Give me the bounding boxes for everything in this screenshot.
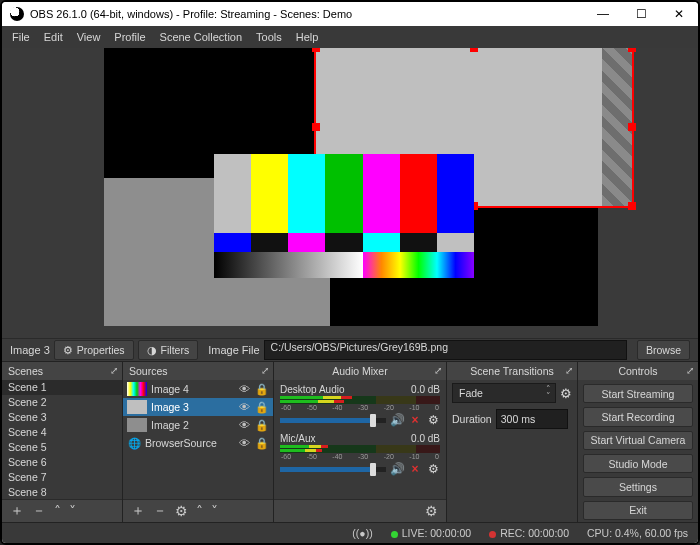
mixer-settings-button[interactable]: ⚙ (425, 503, 438, 519)
sources-popout-icon[interactable]: ⤢ (261, 365, 269, 376)
scene-item[interactable]: Scene 4 (2, 425, 122, 440)
menu-file[interactable]: File (12, 31, 30, 43)
filters-icon: ◑ (147, 344, 157, 356)
lock-toggle-icon[interactable]: 🔒 (255, 437, 269, 450)
scene-item[interactable]: Scene 2 (2, 395, 122, 410)
source-name: Image 3 (151, 401, 233, 413)
gear-icon: ⚙ (63, 344, 73, 356)
scene-down-button[interactable]: ˅ (69, 503, 76, 519)
menu-edit[interactable]: Edit (44, 31, 63, 43)
filters-button[interactable]: ◑ Filters (138, 340, 199, 360)
lock-toggle-icon[interactable]: 🔒 (255, 383, 269, 396)
rec-indicator-icon (489, 531, 496, 538)
app-icon (10, 7, 24, 21)
source-name: BrowserSource (145, 437, 233, 449)
mixer-popout-icon[interactable]: ⤢ (434, 365, 442, 376)
audio-mixer-panel: Audio Mixer ⤢ Desktop Audio0.0 dB -60-50… (274, 362, 447, 522)
preview-area[interactable] (2, 48, 698, 338)
sources-list[interactable]: Image 4 👁 🔒 Image 3 👁 🔒 Image 2 👁 🔒 (123, 380, 273, 499)
scenes-popout-icon[interactable]: ⤢ (110, 365, 118, 376)
resize-handle-br[interactable] (628, 202, 636, 210)
scene-item[interactable]: Scene 5 (2, 440, 122, 455)
mixer-body: Desktop Audio0.0 dB -60-50-40-30-20-100 … (274, 380, 446, 499)
scene-up-button[interactable]: ˄ (54, 503, 61, 519)
scene-item[interactable]: Scene 1 (2, 380, 122, 395)
resize-handle-tr[interactable] (628, 48, 636, 52)
meter-ticks: -60-50-40-30-20-100 (280, 453, 440, 461)
start-virtual-camera-button[interactable]: Start Virtual Camera (583, 431, 693, 450)
scene-item[interactable]: Scene 6 (2, 454, 122, 469)
channel-settings-icon[interactable]: ⚙ (426, 413, 440, 427)
source-row[interactable]: Image 2 👁 🔒 (123, 416, 273, 434)
menu-view[interactable]: View (77, 31, 101, 43)
sources-panel: Sources ⤢ Image 4 👁 🔒 Image 3 👁 🔒 (123, 362, 274, 522)
source-up-button[interactable]: ˄ (196, 503, 203, 519)
channel-settings-icon[interactable]: ⚙ (426, 462, 440, 476)
menu-scene-collection[interactable]: Scene Collection (160, 31, 243, 43)
exit-button[interactable]: Exit (583, 501, 693, 520)
live-label: LIVE: (402, 527, 428, 539)
mute-x-icon: × (408, 413, 422, 427)
resize-handle-mr[interactable] (628, 123, 636, 131)
source-properties-button[interactable]: ⚙ (175, 503, 188, 519)
menu-help[interactable]: Help (296, 31, 319, 43)
mixer-header: Audio Mixer ⤢ (274, 362, 446, 380)
add-scene-button[interactable]: ＋ (10, 502, 24, 520)
statusbar: ((●)) LIVE: 00:00:00 REC: 00:00:00 CPU: … (2, 522, 698, 543)
scene-item[interactable]: Scene 8 (2, 484, 122, 499)
channel-db: 0.0 dB (411, 433, 440, 444)
transition-select[interactable]: Fade ˄˅ (452, 383, 556, 403)
source-thumb (127, 400, 147, 414)
maximize-button[interactable]: ☐ (622, 2, 660, 26)
properties-button[interactable]: ⚙ Properties (54, 340, 134, 360)
selected-source-label: Image 3 (10, 344, 50, 356)
lock-toggle-icon[interactable]: 🔒 (255, 419, 269, 432)
settings-button[interactable]: Settings (583, 477, 693, 496)
mute-icon[interactable]: 🔊 (390, 462, 404, 476)
scene-item[interactable]: Scene 7 (2, 469, 122, 484)
mute-icon[interactable]: 🔊 (390, 413, 404, 427)
menubar: File Edit View Profile Scene Collection … (2, 26, 698, 48)
menu-profile[interactable]: Profile (114, 31, 145, 43)
visibility-toggle-icon[interactable]: 👁 (237, 401, 251, 413)
studio-mode-button[interactable]: Studio Mode (583, 454, 693, 473)
visibility-toggle-icon[interactable]: 👁 (237, 419, 251, 431)
live-time: 00:00:00 (430, 527, 471, 539)
start-streaming-button[interactable]: Start Streaming (583, 384, 693, 403)
vu-meter (280, 445, 440, 453)
source-down-button[interactable]: ˅ (211, 503, 218, 519)
remove-scene-button[interactable]: － (32, 502, 46, 520)
close-button[interactable]: ✕ (660, 2, 698, 26)
source-row[interactable]: 🌐 BrowserSource 👁 🔒 (123, 434, 273, 452)
source-image-4-colorbars[interactable] (214, 154, 474, 278)
volume-slider[interactable] (280, 418, 386, 423)
minimize-button[interactable]: ― (584, 2, 622, 26)
add-source-button[interactable]: ＋ (131, 502, 145, 520)
channel-name: Desktop Audio (280, 384, 345, 395)
source-row[interactable]: Image 3 👁 🔒 (123, 398, 273, 416)
volume-slider[interactable] (280, 467, 386, 472)
duration-input[interactable] (496, 409, 568, 429)
controls-popout-icon[interactable]: ⤢ (686, 365, 694, 376)
start-recording-button[interactable]: Start Recording (583, 407, 693, 426)
window-title: OBS 26.1.0 (64-bit, windows) - Profile: … (30, 8, 352, 20)
remove-source-button[interactable]: － (153, 502, 167, 520)
channel-name: Mic/Aux (280, 433, 316, 444)
menu-tools[interactable]: Tools (256, 31, 282, 43)
browse-button[interactable]: Browse (637, 340, 690, 360)
transition-settings-icon[interactable]: ⚙ (560, 386, 572, 401)
resize-handle-ml[interactable] (312, 123, 320, 131)
image-file-path-input[interactable]: C:/Users/OBS/Pictures/Grey169B.png (264, 340, 627, 360)
resize-handle-tl[interactable] (312, 48, 320, 52)
visibility-toggle-icon[interactable]: 👁 (237, 437, 251, 449)
transitions-popout-icon[interactable]: ⤢ (565, 365, 573, 376)
transitions-title: Scene Transitions (470, 365, 553, 377)
source-row[interactable]: Image 4 👁 🔒 (123, 380, 273, 398)
transitions-panel: Scene Transitions ⤢ Fade ˄˅ ⚙ Duration (447, 362, 578, 522)
scene-item[interactable]: Scene 3 (2, 410, 122, 425)
resize-handle-tc[interactable] (470, 48, 478, 52)
scenes-list[interactable]: Scene 1 Scene 2 Scene 3 Scene 4 Scene 5 … (2, 380, 122, 499)
visibility-toggle-icon[interactable]: 👁 (237, 383, 251, 395)
scenes-title: Scenes (8, 365, 43, 377)
lock-toggle-icon[interactable]: 🔒 (255, 401, 269, 414)
